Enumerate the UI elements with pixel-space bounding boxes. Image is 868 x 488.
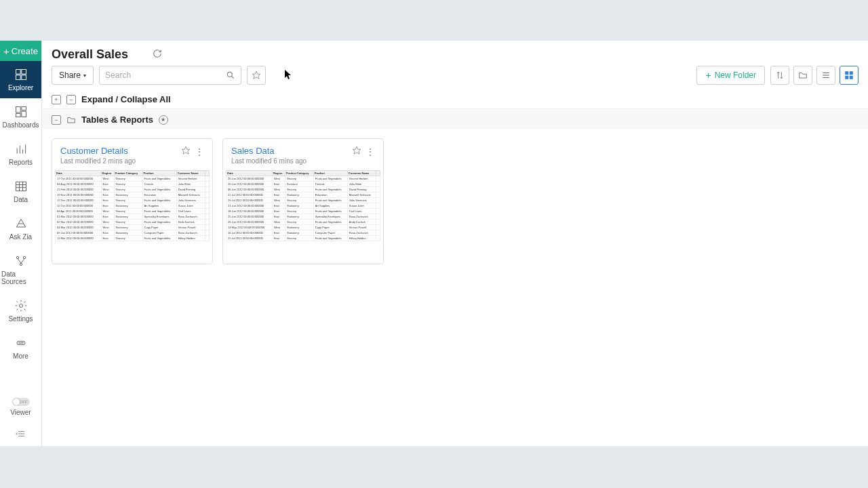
folder-icon	[798, 70, 808, 80]
share-button[interactable]: Share ▾	[52, 66, 94, 85]
explorer-icon	[14, 68, 28, 81]
card-preview: DateRegionProduct CategoryProductCustome…	[52, 170, 212, 264]
cards-container: Customer Details Last modified 2 mins ag…	[42, 129, 868, 274]
refresh-button[interactable]	[153, 49, 162, 61]
sort-icon	[775, 70, 785, 80]
search-box	[99, 66, 241, 85]
card-favorite-button[interactable]	[352, 146, 361, 158]
star-icon	[352, 146, 361, 155]
collapse-sidebar-button[interactable]	[0, 422, 41, 446]
svg-point-24	[18, 342, 19, 343]
svg-rect-3	[21, 75, 26, 80]
svg-marker-32	[252, 71, 260, 79]
card-subtitle: Last modified 6 mins ago	[231, 157, 352, 165]
folder-collapse-button[interactable]: −	[52, 115, 61, 125]
collapse-all-button[interactable]: −	[66, 95, 76, 104]
reports-icon	[14, 142, 28, 156]
svg-rect-12	[16, 182, 26, 190]
data-icon	[14, 180, 28, 193]
svg-marker-42	[182, 146, 190, 154]
star-icon	[181, 146, 191, 155]
search-icon	[226, 70, 235, 80]
svg-rect-4	[16, 107, 20, 113]
card-preview: DateRegionProduct CategoryProductCustome…	[223, 170, 383, 264]
svg-point-30	[227, 72, 232, 77]
page-title: Overall Sales	[52, 47, 128, 62]
settings-icon	[14, 299, 28, 312]
sidebar-item-more[interactable]: More	[0, 329, 41, 367]
sidebar-item-data-sources[interactable]: Data Sources	[0, 247, 41, 292]
chevron-down-icon: ▾	[83, 73, 86, 79]
card-menu-button[interactable]: ⋮	[195, 147, 204, 157]
toolbar: Share ▾ + New Folder	[42, 66, 868, 90]
card-title: Sales Data	[231, 146, 352, 156]
sidebar-item-ask-zia[interactable]: Ask Zia	[0, 210, 41, 247]
toggle-switch[interactable]: OFF	[12, 398, 30, 406]
list-view-button[interactable]	[816, 66, 835, 85]
svg-point-18	[23, 256, 25, 258]
share-label: Share	[59, 70, 81, 80]
viewer-toggle[interactable]: OFF Viewer	[0, 392, 41, 422]
svg-rect-1	[21, 70, 26, 75]
create-button[interactable]: + Create	[0, 41, 41, 61]
sidebar-item-label: Ask Zia	[9, 233, 32, 241]
card-subtitle: Last modified 2 mins ago	[60, 157, 181, 165]
dashboards-icon	[14, 105, 28, 119]
sidebar-item-label: Explorer	[8, 84, 33, 92]
svg-rect-38	[846, 72, 848, 75]
card-favorite-button[interactable]	[181, 146, 191, 158]
svg-line-31	[232, 77, 234, 79]
card-menu-button[interactable]: ⋮	[366, 147, 375, 157]
svg-rect-5	[21, 107, 26, 110]
svg-rect-40	[846, 76, 848, 79]
starred-badge[interactable]: ★	[159, 115, 168, 125]
report-card[interactable]: Sales Data Last modified 6 mins ago ⋮ Da…	[222, 138, 384, 264]
svg-rect-7	[16, 114, 20, 117]
expand-collapse-label: Expand / Collapse All	[81, 94, 171, 104]
sidebar-item-explorer[interactable]: Explorer	[0, 61, 41, 98]
svg-point-19	[20, 263, 22, 265]
sidebar-item-reports[interactable]: Reports	[0, 136, 41, 173]
data-sources-icon	[14, 254, 28, 268]
grid-view-button[interactable]	[840, 66, 859, 85]
expand-all-button[interactable]: +	[52, 95, 61, 104]
sidebar-item-label: Settings	[8, 315, 33, 323]
sidebar-item-label: Data	[14, 196, 28, 203]
new-folder-label: New Folder	[715, 70, 756, 80]
svg-point-25	[20, 342, 21, 343]
favorite-filter-button[interactable]	[247, 66, 266, 85]
main-content: Overall Sales Share ▾ + New Folder	[42, 41, 868, 446]
folder-name: Tables & Reports	[81, 115, 153, 125]
folder-view-button[interactable]	[793, 66, 812, 85]
folder-row[interactable]: − Tables & Reports ★	[42, 109, 868, 129]
sidebar-item-settings[interactable]: Settings	[0, 292, 41, 329]
sidebar-item-data[interactable]: Data	[0, 173, 41, 210]
sidebar-item-dashboards[interactable]: Dashboards	[0, 98, 41, 136]
svg-rect-2	[16, 75, 20, 80]
create-label: Create	[12, 46, 38, 56]
grid-icon	[844, 70, 854, 80]
expand-collapse-row: + − Expand / Collapse All	[42, 90, 868, 109]
plus-icon: +	[3, 45, 9, 57]
sidebar-item-label: Data Sources	[1, 270, 40, 285]
report-card[interactable]: Customer Details Last modified 2 mins ag…	[52, 138, 213, 264]
search-input[interactable]	[105, 70, 226, 80]
sidebar-item-label: Dashboards	[3, 121, 39, 129]
viewer-label: Viewer	[10, 409, 31, 416]
plus-icon: +	[705, 70, 711, 81]
sidebar-item-label: Reports	[9, 159, 33, 166]
svg-rect-6	[21, 111, 26, 117]
sort-button[interactable]	[770, 66, 789, 85]
list-icon	[821, 70, 831, 80]
svg-rect-0	[16, 70, 20, 75]
new-folder-button[interactable]: + New Folder	[696, 66, 765, 85]
sidebar: + Create Explorer Dashboards Reports Dat…	[0, 41, 42, 446]
refresh-icon	[153, 49, 162, 58]
svg-line-20	[18, 259, 21, 264]
svg-rect-41	[850, 76, 852, 79]
more-icon	[14, 336, 28, 350]
svg-point-17	[16, 256, 18, 258]
card-title: Customer Details	[60, 146, 181, 156]
star-icon	[252, 70, 261, 80]
svg-point-22	[19, 304, 22, 308]
